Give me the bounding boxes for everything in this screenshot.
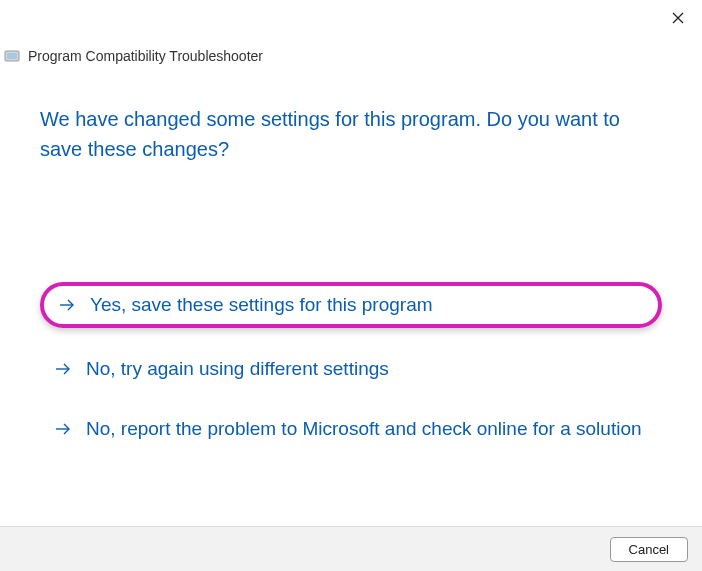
arrow-right-icon bbox=[54, 360, 72, 378]
page-heading: We have changed some settings for this p… bbox=[40, 104, 660, 164]
troubleshooter-icon bbox=[4, 48, 20, 64]
footer-bar: Cancel bbox=[0, 526, 702, 571]
option-label: No, report the problem to Microsoft and … bbox=[86, 418, 642, 440]
cancel-button[interactable]: Cancel bbox=[610, 537, 688, 562]
titlebar: Program Compatibility Troubleshooter bbox=[4, 48, 263, 64]
option-label: Yes, save these settings for this progra… bbox=[90, 294, 433, 316]
close-icon bbox=[672, 12, 684, 24]
option-report-problem[interactable]: No, report the problem to Microsoft and … bbox=[40, 408, 662, 450]
arrow-right-icon bbox=[54, 420, 72, 438]
arrow-right-icon bbox=[58, 296, 76, 314]
svg-rect-3 bbox=[7, 53, 17, 59]
options-list: Yes, save these settings for this progra… bbox=[40, 282, 662, 450]
option-label: No, try again using different settings bbox=[86, 358, 389, 380]
wizard-content: We have changed some settings for this p… bbox=[40, 104, 662, 468]
option-try-again[interactable]: No, try again using different settings bbox=[40, 348, 662, 390]
close-button[interactable] bbox=[668, 8, 688, 28]
window-title: Program Compatibility Troubleshooter bbox=[28, 48, 263, 64]
option-save-settings[interactable]: Yes, save these settings for this progra… bbox=[40, 282, 662, 328]
